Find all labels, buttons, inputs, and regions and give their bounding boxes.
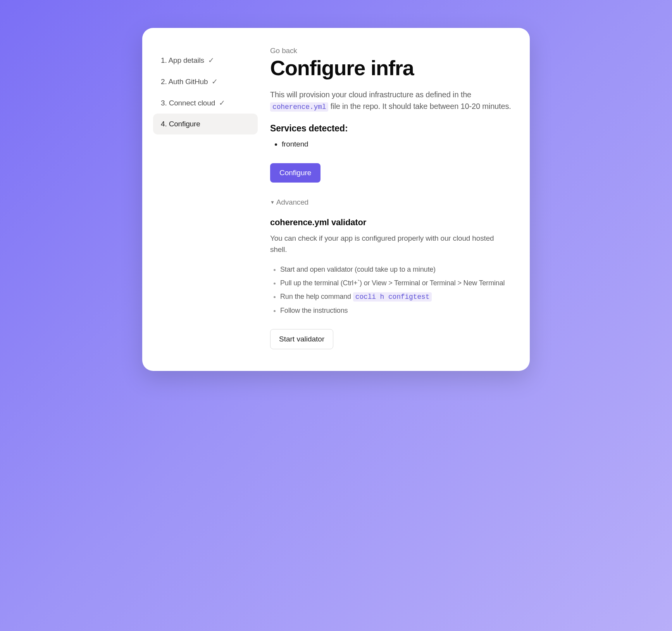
page-title: Configure infra	[270, 57, 511, 79]
configure-button[interactable]: Configure	[270, 163, 320, 183]
validator-step: Run the help command cocli h configtest	[280, 290, 511, 304]
step-label: 1. App details	[161, 56, 204, 65]
step-label: 3. Connect cloud	[161, 99, 215, 107]
step-configure[interactable]: 4. Configure	[153, 114, 258, 134]
validator-heading: coherence.yml validator	[270, 217, 511, 228]
services-list: frontend	[270, 139, 511, 149]
validator-step: Start and open validator (could take up …	[280, 263, 511, 276]
advanced-toggle[interactable]: ▼ Advanced	[270, 198, 511, 207]
services-heading: Services detected:	[270, 123, 511, 134]
description-post: file in the repo. It should take between…	[328, 102, 511, 110]
config-file-code: coherence.yml	[270, 102, 328, 112]
step-label: 2. Auth GitHub	[161, 78, 208, 86]
service-item: frontend	[282, 139, 511, 149]
main-content: Go back Configure infra This will provis…	[258, 47, 511, 349]
triangle-down-icon: ▼	[270, 200, 275, 205]
advanced-label: Advanced	[276, 198, 308, 207]
steps-sidebar: 1. App details ✓ 2. Auth GitHub ✓ 3. Con…	[153, 47, 258, 349]
check-icon: ✓	[219, 98, 225, 107]
description-pre: This will provision your cloud infrastru…	[270, 90, 471, 99]
validator-command-code: cocli h configtest	[353, 292, 432, 302]
check-icon: ✓	[208, 56, 214, 65]
go-back-link[interactable]: Go back	[270, 47, 297, 55]
start-validator-button[interactable]: Start validator	[270, 329, 333, 349]
step-app-details[interactable]: 1. App details ✓	[153, 50, 258, 71]
step-label: 4. Configure	[161, 120, 200, 128]
check-icon: ✓	[212, 77, 218, 86]
validator-description: You can check if your app is configured …	[270, 233, 511, 255]
validator-step: Follow the instructions	[280, 304, 511, 317]
step-auth-github[interactable]: 2. Auth GitHub ✓	[153, 71, 258, 92]
step-connect-cloud[interactable]: 3. Connect cloud ✓	[153, 92, 258, 114]
validator-step: Pull up the terminal (Ctrl+`) or View > …	[280, 276, 511, 290]
validator-steps-list: Start and open validator (could take up …	[270, 263, 511, 317]
onboarding-card: 1. App details ✓ 2. Auth GitHub ✓ 3. Con…	[142, 28, 530, 371]
validator-step-text: Run the help command	[280, 293, 353, 300]
description-text: This will provision your cloud infrastru…	[270, 89, 511, 112]
